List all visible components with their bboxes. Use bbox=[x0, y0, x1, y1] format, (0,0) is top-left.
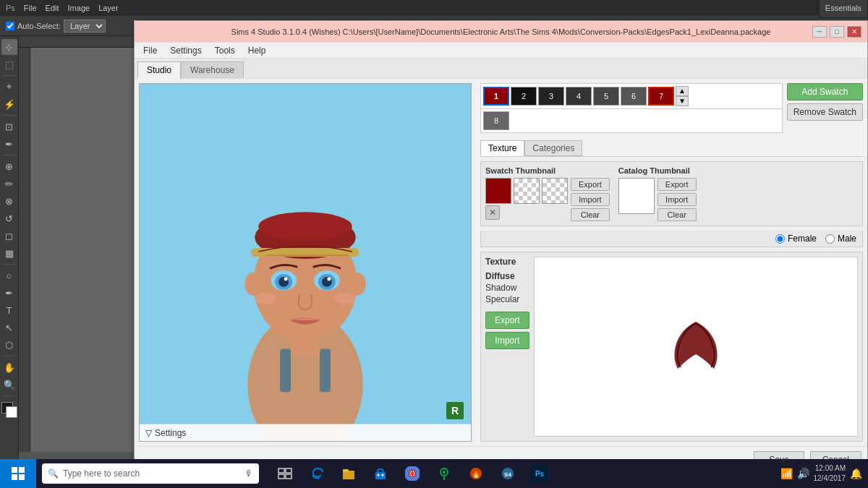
tab-warehouse[interactable]: Warehouse bbox=[181, 61, 244, 78]
text-tool[interactable]: T bbox=[1, 302, 17, 318]
female-radio-label[interactable]: Female bbox=[775, 234, 817, 244]
swatch-8[interactable]: 8 bbox=[483, 111, 509, 130]
texture-type-specular[interactable]: Specular bbox=[485, 294, 529, 304]
color-swatches[interactable] bbox=[1, 402, 17, 418]
toolbar-divider-1 bbox=[2, 75, 17, 76]
shape-tool[interactable]: ⬡ bbox=[1, 337, 17, 353]
catalog-import-button[interactable]: Import bbox=[658, 193, 697, 206]
clone-stamp-tool[interactable]: ⊗ bbox=[1, 193, 17, 209]
swatch-thumb-checker2[interactable] bbox=[542, 178, 568, 204]
background-color[interactable] bbox=[6, 406, 17, 418]
taskbar-clock[interactable]: 12:00 AM 12/4/2017 bbox=[814, 463, 846, 484]
zoom-tool[interactable]: 🔍 bbox=[1, 377, 17, 393]
taskbar-start-button[interactable] bbox=[0, 459, 36, 488]
swatch-thumb-checker1[interactable] bbox=[514, 178, 540, 204]
pen-tool[interactable]: ✒ bbox=[1, 285, 17, 301]
taskbar-time: 12:00 AM bbox=[814, 463, 846, 474]
swatch-scroll-down[interactable]: ▼ bbox=[676, 96, 689, 106]
texture-type-diffuse[interactable]: Diffuse bbox=[485, 271, 529, 281]
studio-menu-settings[interactable]: Settings bbox=[164, 44, 207, 57]
swatch-5[interactable]: 5 bbox=[593, 87, 619, 106]
svg-rect-29 bbox=[278, 468, 284, 473]
taskbar-notification-icon[interactable]: 🔔 bbox=[850, 468, 862, 479]
thumbnail-sections: Swatch Thumbnail ✕ bbox=[480, 161, 863, 226]
brush-tool[interactable]: ✏ bbox=[1, 176, 17, 192]
lasso-tool[interactable]: ⌖ bbox=[1, 79, 17, 95]
taskbar-system-icons: 📶 🔊 bbox=[780, 468, 809, 479]
auto-select-checkbox[interactable] bbox=[6, 22, 14, 30]
texture-type-shadow[interactable]: Shadow bbox=[485, 283, 529, 293]
remove-swatch-button[interactable]: Remove Swatch bbox=[787, 103, 863, 121]
eyedropper-tool[interactable]: ✒ bbox=[1, 136, 17, 152]
catalog-clear-button[interactable]: Clear bbox=[658, 208, 697, 221]
history-brush-tool[interactable]: ↺ bbox=[1, 210, 17, 226]
essentials-dropdown[interactable]: Essentials bbox=[819, 0, 868, 18]
taskbar-network-icon[interactable]: 📶 bbox=[780, 468, 793, 479]
taskbar-explorer-icon[interactable] bbox=[334, 459, 363, 488]
swatch-remove-button[interactable]: ✕ bbox=[485, 205, 500, 220]
swatch-scroll-up[interactable]: ▲ bbox=[676, 86, 689, 96]
swatch-1[interactable]: 1 bbox=[483, 87, 509, 106]
settings-bar[interactable]: ▽ Settings bbox=[140, 424, 471, 441]
move-tool[interactable]: ⊹ bbox=[1, 39, 17, 55]
hand-tool[interactable]: ✋ bbox=[1, 359, 17, 375]
ps-menu-edit[interactable]: Edit bbox=[46, 4, 59, 12]
swatch-3[interactable]: 3 bbox=[538, 87, 564, 106]
ps-menu-image[interactable]: Image bbox=[68, 4, 90, 12]
taskbar-chrome-icon[interactable] bbox=[398, 459, 427, 488]
swatch-thumbnail-label: Swatch Thumbnail bbox=[485, 166, 610, 175]
male-radio-label[interactable]: Male bbox=[825, 234, 856, 244]
taskbar-store-icon[interactable] bbox=[366, 459, 395, 488]
studio-close-button[interactable]: ✕ bbox=[847, 26, 861, 38]
ps-menu-file[interactable]: File bbox=[24, 4, 37, 12]
swatch-clear-button[interactable]: Clear bbox=[571, 208, 610, 221]
taskbar-sims-icon[interactable]: S4 bbox=[493, 459, 522, 488]
swatch-7[interactable]: 7 bbox=[648, 87, 674, 106]
swatch-export-button[interactable]: Export bbox=[571, 178, 610, 191]
studio-menu-help[interactable]: Help bbox=[242, 44, 272, 57]
swatch-2[interactable]: 2 bbox=[511, 87, 537, 106]
crop-tool[interactable]: ⊡ bbox=[1, 119, 17, 134]
catalog-export-button[interactable]: Export bbox=[658, 178, 697, 191]
texture-tab[interactable]: Texture bbox=[480, 140, 524, 156]
studio-minimize-button[interactable]: ─ bbox=[812, 26, 827, 38]
gradient-tool[interactable]: ▦ bbox=[1, 245, 17, 261]
studio-menu-tools[interactable]: Tools bbox=[209, 44, 241, 57]
catalog-thumb-image[interactable] bbox=[618, 178, 655, 214]
spot-heal-tool[interactable]: ⊕ bbox=[1, 158, 17, 174]
dodge-tool[interactable]: ○ bbox=[1, 267, 17, 283]
female-radio[interactable] bbox=[775, 234, 785, 244]
taskbar-maps-icon[interactable] bbox=[430, 459, 459, 488]
swatch-thumb-row bbox=[485, 178, 568, 204]
svg-point-18 bbox=[334, 293, 356, 304]
auto-select-dropdown[interactable]: Layer bbox=[64, 20, 106, 33]
swatch-thumb-red[interactable] bbox=[485, 178, 511, 204]
swatch-import-button[interactable]: Import bbox=[571, 193, 610, 206]
texture-export-button[interactable]: Export bbox=[485, 312, 529, 329]
taskbar-volume-icon[interactable]: 🔊 bbox=[797, 468, 809, 479]
swatch-4[interactable]: 4 bbox=[566, 87, 592, 106]
taskbar-task-view[interactable] bbox=[271, 459, 299, 488]
photoshop-background: Ps File Edit Image Layer ─ □ ✕ Essential… bbox=[0, 0, 868, 488]
studio-menu-file[interactable]: File bbox=[137, 44, 163, 57]
eraser-tool[interactable]: ◻ bbox=[1, 228, 17, 244]
studio-restore-button[interactable]: □ bbox=[830, 26, 844, 38]
toolbar-divider-5 bbox=[2, 356, 17, 356]
magic-wand-tool[interactable]: ⚡ bbox=[1, 96, 17, 112]
male-radio[interactable] bbox=[825, 234, 835, 244]
path-select-tool[interactable]: ↖ bbox=[1, 320, 17, 335]
categories-tab[interactable]: Categories bbox=[524, 140, 582, 156]
texture-import-button[interactable]: Import bbox=[485, 332, 529, 349]
taskbar-edge-icon[interactable] bbox=[302, 459, 331, 488]
add-swatch-button[interactable]: Add Swatch bbox=[787, 83, 863, 100]
tab-studio[interactable]: Studio bbox=[137, 61, 181, 79]
marquee-tool[interactable]: ⬚ bbox=[1, 56, 17, 72]
swatch-6[interactable]: 6 bbox=[621, 87, 647, 106]
swatch-scroll: ▲ ▼ bbox=[676, 86, 689, 106]
svg-rect-3 bbox=[320, 348, 331, 392]
ps-menu-layer[interactable]: Layer bbox=[98, 4, 119, 12]
taskbar-app7-icon[interactable]: 🔥 bbox=[461, 459, 490, 488]
taskbar-search-box[interactable]: 🔍 Type here to search 🎙 bbox=[42, 463, 259, 484]
taskbar-ps-icon[interactable]: Ps bbox=[525, 459, 554, 488]
taskbar-mic-icon[interactable]: 🎙 bbox=[244, 468, 253, 479]
